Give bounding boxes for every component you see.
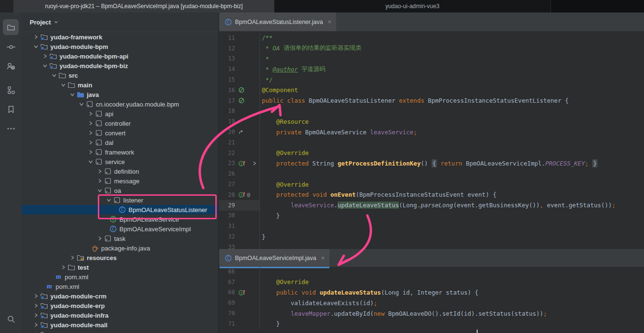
tree-item-pom.xml[interactable]: mpom.xml [22, 282, 218, 291]
tree-item-partial[interactable] [22, 330, 218, 333]
chevron-right-icon[interactable] [96, 236, 104, 241]
inject-icon[interactable] [238, 129, 245, 135]
chevron-down-icon[interactable] [32, 44, 40, 49]
tree-item-yudao-module-infra[interactable]: yudao-module-infra [22, 310, 218, 320]
commit-icon[interactable] [3, 39, 19, 55]
code-text[interactable] [259, 267, 262, 277]
code-text[interactable]: @Component [259, 85, 298, 95]
code-text[interactable]: @Resource [259, 116, 309, 127]
chevron-down-icon[interactable] [59, 82, 67, 88]
chevron-down-icon[interactable] [78, 101, 85, 107]
code-text[interactable]: } [259, 319, 280, 329]
chevron-right-icon[interactable] [96, 178, 104, 184]
code-pane-listener[interactable]: 11/**12 * OA 请假单的结果的监听器实现类13 *14 * @auth… [219, 31, 644, 250]
code-text[interactable]: @Override [259, 179, 309, 190]
tree-item-yudao-module-bpm-api[interactable]: yudao-module-bpm-api [22, 51, 218, 61]
chevron-right-icon[interactable] [69, 255, 76, 261]
tree-item-definition[interactable]: definition [22, 166, 218, 176]
code-text[interactable]: public void updateLeaveStatus(Long id, I… [259, 287, 479, 298]
code-text[interactable]: protected void onEvent(BpmProcessInstanc… [259, 190, 496, 200]
tree-item-yudao-framework[interactable]: yudao-framework [22, 32, 218, 42]
chevron-right-icon[interactable] [32, 322, 40, 328]
structure-icon[interactable] [3, 82, 19, 98]
code-text[interactable]: * [259, 54, 269, 64]
implements-method-icon[interactable]: I [238, 191, 246, 198]
chevron-down-icon[interactable] [50, 72, 58, 78]
code-text[interactable]: @Override [259, 148, 309, 158]
chevron-right-icon[interactable] [32, 293, 40, 299]
chevron-down-icon[interactable] [41, 63, 49, 69]
tree-item-pom.xml[interactable]: mpom.xml [22, 272, 218, 282]
chevron-right-icon[interactable] [96, 168, 104, 174]
window-tab-active[interactable]: ruoyi-vue-pro-jdk21 – BpmOALeaveServiceI… [13, 0, 274, 12]
tree-item-yudao-module-crm[interactable]: yudao-module-crm [22, 291, 218, 301]
tree-item-yudao-module-mall[interactable]: yudao-module-mall [22, 320, 218, 330]
search-icon[interactable] [3, 311, 19, 327]
tree-item-package-info.java[interactable]: package-info.java [22, 243, 218, 253]
tree-item-framework[interactable]: framework [22, 147, 218, 157]
tree-item-api[interactable]: api [22, 109, 218, 119]
tree-item-yudao-module-bpm-biz[interactable]: yudao-module-bpm-biz [22, 61, 218, 71]
chevron-down-icon[interactable] [69, 92, 76, 97]
tree-item-yudao-module-bpm[interactable]: yudao-module-bpm [22, 42, 218, 51]
close-icon[interactable]: × [321, 254, 325, 262]
chevron-right-icon[interactable] [32, 312, 40, 318]
spring-bean-icon[interactable] [238, 97, 245, 104]
tree-item-src[interactable]: src [22, 71, 218, 80]
code-text[interactable]: public class BpmOALeaveStatusListener ex… [259, 95, 569, 106]
editor-tab-serviceimpl[interactable]: C BpmOALeaveServiceImpl.java × [220, 249, 329, 268]
code-text[interactable] [259, 137, 262, 148]
chevron-right-icon[interactable] [87, 149, 94, 155]
window-tab-inactive[interactable]: yudao-ui-admin-vue3 [274, 0, 551, 12]
implements-method-icon[interactable]: I [238, 160, 246, 166]
more-icon[interactable] [3, 120, 19, 136]
fold-chevron-icon[interactable] [252, 161, 257, 166]
code-text[interactable]: * @author 芋道源码 [259, 64, 326, 74]
chevron-right-icon[interactable] [32, 34, 40, 40]
chevron-down-icon[interactable] [96, 188, 104, 193]
code-text[interactable]: validateLeaveExists(id); [259, 297, 377, 308]
code-text[interactable] [259, 168, 262, 179]
project-panel-header[interactable]: Project [22, 12, 218, 32]
tree-item-dal[interactable]: dal [22, 138, 218, 147]
close-icon[interactable]: × [328, 18, 331, 25]
at-icon[interactable]: @ [247, 191, 250, 198]
code-text[interactable]: protected String getProcessDefinitionKey… [259, 158, 597, 169]
implements-method-icon[interactable]: I [238, 289, 246, 296]
tree-item-java[interactable]: java [22, 90, 218, 99]
tree-item-message[interactable]: message [22, 176, 218, 186]
chevron-right-icon[interactable] [32, 303, 40, 309]
code-text[interactable]: */ [259, 74, 273, 85]
code-text[interactable]: leaveMapper.updateById(new BpmOALeaveDO(… [259, 308, 547, 319]
chevron-right-icon[interactable] [41, 53, 49, 59]
tree-item-resources[interactable]: resources [22, 253, 218, 262]
chevron-down-icon[interactable] [87, 159, 94, 165]
tree-item-oa[interactable]: oa [22, 186, 218, 195]
code-text[interactable]: private BpmOALeaveService leaveService; [259, 127, 417, 137]
chevron-right-icon[interactable] [87, 111, 94, 117]
bookmarks-icon[interactable] [3, 101, 19, 117]
tree-item-test[interactable]: test [22, 262, 218, 272]
editor-tab-listener[interactable]: C BpmOALeaveStatusListener.java × [220, 12, 336, 31]
code-text[interactable] [259, 106, 262, 117]
code-text[interactable]: /** [259, 33, 273, 43]
chevron-right-icon[interactable] [87, 120, 94, 126]
chevron-right-icon[interactable] [87, 130, 94, 136]
code-text[interactable]: @Override [259, 277, 309, 287]
tree-item-yudao-module-erp[interactable]: yudao-module-erp [22, 301, 218, 310]
code-text[interactable]: } [259, 211, 280, 221]
tree-item-main[interactable]: main [22, 80, 218, 90]
chevron-right-icon[interactable] [59, 264, 67, 270]
code-pane-serviceimpl[interactable]: 6667 @Override68I public void updateLeav… [219, 267, 644, 333]
code-text[interactable]: * OA 请假单的结果的监听器实现类 [259, 43, 362, 54]
pull-requests-icon[interactable]: ? [3, 58, 19, 74]
tree-item-controller[interactable]: controller [22, 119, 218, 128]
tree-item-service[interactable]: service [22, 157, 218, 166]
spring-bean-icon[interactable] [238, 87, 245, 93]
chevron-right-icon[interactable] [87, 140, 94, 145]
code-text[interactable]: leaveService.updateLeaveStatus(Long.pars… [259, 200, 616, 211]
code-text[interactable]: } [259, 231, 266, 242]
code-text[interactable] [259, 221, 262, 231]
tree-item-cn.iocoder.yudao.module.bpm[interactable]: cn.iocoder.yudao.module.bpm [22, 99, 218, 109]
project-folder-icon[interactable] [3, 19, 19, 35]
